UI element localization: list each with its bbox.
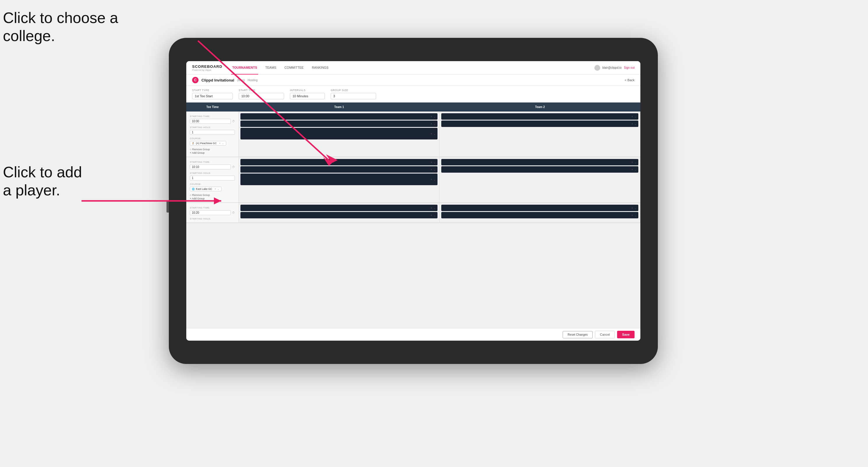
expand-icon-1-t2-1[interactable]: ⌄ (634, 115, 637, 118)
save-button[interactable]: Save (617, 331, 634, 338)
x-icon-2-2[interactable]: × (431, 168, 432, 171)
brand-sub: Powered by clippd (192, 69, 222, 71)
add-group-2[interactable]: + Add Group (190, 197, 235, 200)
intervals-select[interactable]: 10 Minutes 8 Minutes 12 Minutes (290, 93, 325, 99)
expand-icon-1-3[interactable]: ⌄ (433, 132, 436, 135)
x-icon-2-3[interactable]: × (431, 178, 432, 181)
player-slot-2-3[interactable]: × ⌄ (241, 174, 437, 185)
nav-email: blair@clippd.io (602, 66, 622, 69)
group-row-3: STARTING TIME: ⏱ STARTING HOLE: × ⌄ (186, 203, 640, 223)
player-slot-2-1[interactable]: × ⌄ (241, 159, 437, 165)
course-icon-2: 🌐 (192, 188, 195, 190)
starting-hole-label-1: STARTING HOLE: (190, 126, 235, 129)
footer-bar: Reset Changes Cancel Save (186, 328, 640, 341)
x-icon-1-t2-1[interactable]: × (631, 115, 633, 118)
group-2-left: STARTING TIME: ⏱ STARTING HOLE: 1 10 (186, 157, 239, 203)
tournament-title: Clippd Invitational (202, 78, 234, 83)
player-slot-3-2[interactable]: × ⌄ (241, 212, 437, 218)
group-3-team2: × ⌄ × ⌄ (439, 203, 640, 222)
expand-icon-1-t2-2[interactable]: ⌄ (634, 122, 637, 125)
expand-icon-3-1[interactable]: ⌄ (433, 207, 436, 210)
th-team2: Team 2 (439, 104, 640, 110)
x-icon-1-1[interactable]: × (431, 115, 432, 118)
tournament-tag: (Men) (237, 79, 245, 82)
nav-link-teams[interactable]: TEAMS (264, 61, 277, 74)
expand-icon-2-t2-1[interactable]: ⌄ (634, 161, 637, 164)
reset-button[interactable]: Reset Changes (563, 331, 593, 338)
player-slot-3-1[interactable]: × ⌄ (241, 205, 437, 211)
starting-hole-label-3: STARTING HOLE: (190, 217, 235, 220)
expand-icon-2-t2-2[interactable]: ⌄ (634, 168, 637, 171)
course-name-1: (A) Peachtree GC (196, 142, 217, 145)
course-remove-1[interactable]: × (219, 142, 221, 145)
starting-time-label-2: STARTING TIME: (190, 161, 235, 163)
group-1-team1: × ⌄ × ⌄ × ⌄ (239, 112, 439, 157)
player-slot-3-t2-1[interactable]: × ⌄ (441, 205, 638, 211)
nav-avatar (594, 65, 600, 71)
starting-time-input-1[interactable] (190, 119, 231, 124)
expand-icon-2-2[interactable]: ⌄ (433, 168, 436, 171)
intervals-group: Intervals 10 Minutes 8 Minutes 12 Minute… (290, 89, 325, 99)
x-icon-1-2[interactable]: × (431, 122, 432, 125)
player-slot-1-3[interactable]: × ⌄ (241, 128, 437, 139)
x-icon-3-1[interactable]: × (431, 207, 432, 210)
starting-time-input-2[interactable] (190, 164, 231, 169)
remove-group-2[interactable]: ○ Remove Group (190, 194, 235, 196)
group-row-2: STARTING TIME: ⏱ STARTING HOLE: 1 10 (186, 157, 640, 203)
group-size-label: Group Size (331, 89, 376, 92)
x-icon-3-2[interactable]: × (431, 214, 432, 217)
nav-link-rankings[interactable]: RANKINGS (311, 61, 330, 74)
x-icon-2-t2-2[interactable]: × (631, 168, 633, 171)
x-icon-1-t2-2[interactable]: × (631, 122, 633, 125)
x-icon-3-t2-1[interactable]: × (631, 207, 633, 210)
player-slot-2-t2-2[interactable]: × ⌄ (441, 166, 638, 173)
group-size-group: Group Size (331, 89, 376, 99)
player-slot-1-t2-1[interactable]: × ⌄ (441, 113, 638, 120)
nav-links: TOURNAMENTS TEAMS COMMITTEE RANKINGS (231, 61, 594, 74)
player-slot-1-1[interactable]: × ⌄ (241, 113, 437, 120)
course-expand-1[interactable]: ⌄ (222, 142, 224, 145)
starting-hole-select-1[interactable]: 1 10 (190, 130, 235, 135)
course-remove-2[interactable]: × (215, 187, 216, 190)
starting-hole-label-2: STARTING HOLE: (190, 172, 235, 175)
x-icon-2-t2-1[interactable]: × (631, 161, 633, 164)
hosting-label: Hosting (248, 79, 258, 82)
sign-out-link[interactable]: Sign out (624, 66, 634, 69)
player-slot-2-2[interactable]: × ⌄ (241, 166, 437, 173)
starting-time-input-3[interactable] (190, 210, 231, 215)
intervals-label: Intervals (290, 89, 325, 92)
controls-row: Start Type 1st Tee Start Shotgun Start S… (186, 86, 640, 102)
expand-icon-3-t2-1[interactable]: ⌄ (634, 207, 637, 210)
expand-icon-1-1[interactable]: ⌄ (433, 115, 436, 118)
start-time-input[interactable] (239, 93, 284, 99)
x-icon-3-t2-2[interactable]: × (631, 214, 633, 217)
player-slot-1-2[interactable]: × ⌄ (241, 121, 437, 127)
starting-hole-row-1: 1 10 (190, 130, 235, 135)
player-slot-2-t2-1[interactable]: × ⌄ (441, 159, 638, 165)
cancel-button[interactable]: Cancel (595, 331, 615, 338)
x-icon-2-1[interactable]: × (431, 161, 432, 164)
nav-link-committee[interactable]: COMMITTEE (283, 61, 305, 74)
group-3-left: STARTING TIME: ⏱ STARTING HOLE: (186, 203, 239, 222)
expand-icon-2-1[interactable]: ⌄ (433, 161, 436, 164)
nav-link-tournaments[interactable]: TOURNAMENTS (231, 61, 258, 74)
course-label-2: COURSE: (190, 183, 235, 185)
sub-header: C Clippd Invitational (Men) Hosting < Ba… (186, 74, 640, 86)
player-slot-3-t2-2[interactable]: × ⌄ (441, 212, 638, 218)
expand-icon-2-3[interactable]: ⌄ (433, 178, 436, 181)
remove-group-1[interactable]: ○ Remove Group (190, 148, 235, 151)
x-icon-1-3[interactable]: × (431, 132, 432, 135)
group-size-input[interactable] (331, 93, 376, 99)
course-expand-2[interactable]: ⌄ (217, 187, 219, 190)
expand-icon-3-t2-2[interactable]: ⌄ (634, 214, 637, 217)
th-tee-time: Tee Time (186, 104, 239, 110)
starting-hole-select-2[interactable]: 1 10 (190, 176, 235, 181)
back-button[interactable]: < Back (625, 78, 634, 82)
course-tag-1[interactable]: 🏌 (A) Peachtree GC × ⌄ (190, 141, 226, 146)
course-tag-2[interactable]: 🌐 East Lake GC × ⌄ (190, 187, 221, 191)
player-slot-1-t2-2[interactable]: × ⌄ (441, 121, 638, 127)
expand-icon-1-2[interactable]: ⌄ (433, 122, 436, 125)
expand-icon-3-2[interactable]: ⌄ (433, 214, 436, 217)
add-group-1[interactable]: + Add Group (190, 151, 235, 154)
start-type-select[interactable]: 1st Tee Start Shotgun Start (192, 93, 233, 99)
